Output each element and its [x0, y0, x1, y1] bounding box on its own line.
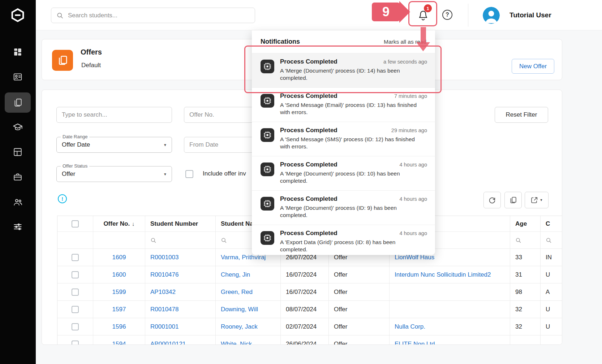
student-number-link[interactable]: AP00010121 — [150, 341, 186, 345]
user-name[interactable]: Tutorial User — [509, 0, 551, 30]
user-avatar[interactable] — [483, 7, 500, 24]
country-cell — [541, 335, 562, 345]
offer-no-link[interactable]: 1597 — [112, 306, 126, 313]
offer-no-link[interactable]: 1599 — [112, 289, 126, 296]
notification-item[interactable]: Process Completed29 minutes ago A 'Send … — [252, 122, 435, 156]
student-name-link[interactable]: Cheng, Jin — [221, 271, 250, 278]
sliders-icon — [13, 222, 22, 231]
filter-cell-age[interactable] — [510, 232, 541, 249]
sidebar-item-boards[interactable] — [5, 142, 31, 162]
notification-message: A 'Send Message (SMS)' process (ID: 12) … — [280, 136, 423, 150]
column-header-country[interactable]: C — [541, 216, 562, 232]
column-header-offer-no[interactable]: Offer No.↓ — [93, 216, 145, 232]
table-row: 1596 R0001001 Rooney, Jack 02/07/2024 Of… — [57, 318, 562, 335]
help-button[interactable]: ? — [442, 10, 452, 20]
search-icon — [515, 237, 521, 243]
annotation-highlight-notification — [244, 46, 442, 93]
country-cell: U — [541, 318, 562, 335]
app-logo-icon — [8, 6, 27, 25]
dashboard-icon — [13, 47, 22, 57]
annotation-highlight-bell — [408, 1, 437, 26]
notification-item[interactable]: Process Completed4 hours ago A 'Merge (D… — [252, 156, 435, 191]
include-offer-checkbox[interactable] — [185, 170, 193, 178]
topbar: 1 ? Tutorial User — [36, 0, 602, 30]
reset-filter-button[interactable]: Reset Filter — [495, 107, 548, 123]
offer-no-link[interactable]: 1596 — [112, 323, 126, 330]
student-number-link[interactable]: R0001001 — [150, 323, 179, 330]
offers-module-icon — [52, 50, 73, 71]
sidebar-item-jobs[interactable] — [5, 167, 31, 187]
filter-cell-student-number[interactable] — [145, 232, 216, 249]
offer-no-link[interactable]: 1594 — [112, 341, 126, 345]
topbar-divider — [468, 4, 468, 27]
filter-search-input[interactable] — [56, 107, 172, 123]
table-row: 1599 AP10342 Green, Red 16/07/2024 Offer… — [57, 283, 562, 301]
select-all-checkbox[interactable] — [72, 220, 79, 228]
offer-no-link[interactable]: 1609 — [112, 254, 126, 261]
layout-icon — [13, 147, 22, 157]
notification-message: A 'Export Data (Grid)' process (ID: 8) h… — [280, 239, 423, 253]
row-checkbox[interactable] — [72, 323, 79, 330]
column-header-student-number[interactable]: Student Number — [145, 216, 216, 232]
sidebar-item-offers[interactable] — [5, 92, 31, 113]
country-cell: A — [541, 283, 562, 301]
graduation-cap-icon — [13, 122, 23, 132]
notification-time: 4 hours ago — [399, 162, 427, 168]
date-range-select[interactable]: Date Range Offer Date ▼ — [56, 137, 172, 153]
sidebar-item-dashboard[interactable] — [5, 42, 31, 62]
include-offer-label: Include offer inv — [203, 170, 246, 177]
company-link[interactable]: Nulla Corp. — [395, 323, 425, 330]
student-name-link[interactable]: Rooney, Jack — [221, 323, 258, 330]
help-question-mark: ? — [446, 12, 449, 18]
filter-cell-offer-no[interactable] — [93, 232, 145, 249]
row-checkbox[interactable] — [72, 271, 79, 278]
offer-status-select[interactable]: Offer Status Offer ▼ — [56, 166, 172, 182]
student-name-link[interactable]: Green, Red — [221, 289, 253, 296]
country-cell: U — [541, 301, 562, 318]
info-icon[interactable]: ! — [58, 194, 67, 203]
student-name-link[interactable]: Downing, Will — [221, 306, 258, 313]
notification-title: Process Completed — [280, 161, 337, 168]
global-search[interactable] — [51, 8, 255, 23]
filter-cell-country[interactable] — [541, 232, 562, 249]
row-checkbox[interactable] — [72, 306, 79, 313]
student-number-link[interactable]: R0001003 — [150, 254, 179, 261]
notification-title: Process Completed — [280, 195, 337, 203]
export-button[interactable]: ▼ — [525, 192, 549, 208]
company-link[interactable]: Interdum Nunc Sollicitudin Limited2 — [395, 271, 491, 278]
student-name-link[interactable]: White, Nick — [221, 341, 252, 345]
notification-title: Process Completed — [280, 92, 337, 100]
search-icon — [150, 237, 156, 243]
row-checkbox[interactable] — [72, 254, 79, 261]
column-header-age[interactable]: Age — [510, 216, 541, 232]
copy-grid-button[interactable] — [504, 192, 522, 208]
notification-item[interactable]: Process Completed4 hours ago A 'Merge (D… — [252, 191, 435, 225]
notification-item[interactable]: Process Completed4 hours ago A 'Export D… — [252, 225, 435, 255]
company-link[interactable]: ELITE Non Ltd — [395, 341, 435, 345]
search-icon — [221, 237, 227, 243]
sidebar-item-agents[interactable] — [5, 192, 31, 212]
row-checkbox[interactable] — [72, 341, 79, 345]
offer-date-cell: 26/06/2024 — [281, 335, 329, 345]
student-number-link[interactable]: AP10342 — [150, 289, 176, 296]
notification-time: 4 hours ago — [399, 196, 427, 202]
page-subtitle: Default — [81, 62, 101, 69]
row-checkbox[interactable] — [72, 289, 79, 296]
date-range-value: Offer Date — [62, 137, 90, 152]
sidebar-item-courses[interactable] — [5, 117, 31, 137]
notification-time: 29 minutes ago — [391, 127, 427, 133]
offer-no-link[interactable]: 1600 — [112, 271, 126, 278]
search-students-input[interactable] — [68, 12, 241, 19]
student-number-link[interactable]: R0010478 — [150, 306, 179, 313]
chevron-down-icon: ▼ — [540, 198, 543, 202]
sidebar-item-contacts[interactable] — [5, 67, 31, 87]
student-number-link[interactable]: R0010476 — [150, 271, 179, 278]
sidebar-item-settings[interactable] — [5, 217, 31, 237]
search-icon — [56, 12, 64, 19]
offer-date-cell: 02/07/2024 — [281, 318, 329, 335]
new-offer-button[interactable]: New Offer — [512, 59, 554, 74]
refresh-button[interactable] — [483, 192, 501, 208]
notification-time: 4 hours ago — [399, 230, 427, 236]
offer-date-cell: 16/07/2024 — [281, 266, 329, 283]
search-icon — [546, 237, 552, 243]
